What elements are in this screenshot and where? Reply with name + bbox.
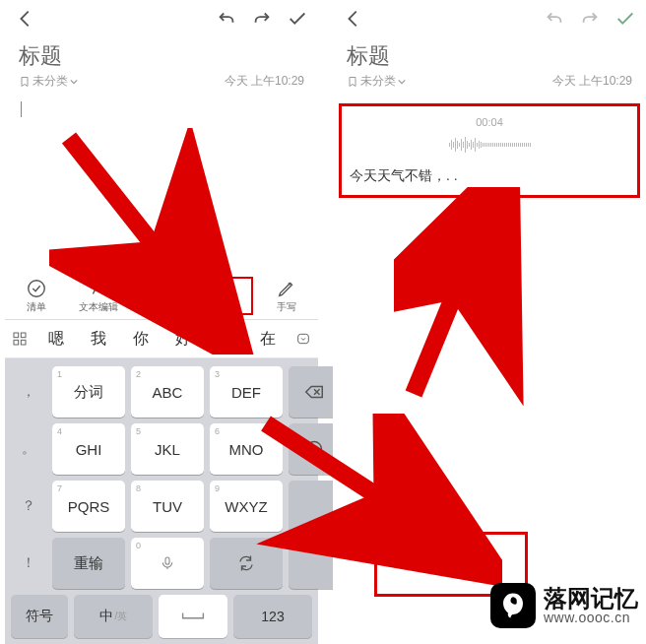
waveform-icon: [350, 134, 629, 156]
undo-icon[interactable]: [544, 8, 565, 30]
svg-rect-3: [222, 280, 227, 290]
editor-toolbar: 清单 文本编辑 图片 语音 手写: [5, 272, 318, 320]
watermark-title: 落网记忆: [544, 586, 638, 611]
voice-note-card[interactable]: 00:04 今天天气不错，. .: [339, 103, 640, 198]
tool-checklist[interactable]: 清单: [9, 278, 64, 314]
category-label: 未分类: [32, 73, 68, 90]
key-language[interactable]: 中/英: [74, 595, 153, 638]
confirm-icon[interactable]: [614, 8, 636, 30]
svg-rect-6: [14, 340, 19, 345]
watermark-logo-icon: [490, 583, 536, 628]
key-abc[interactable]: 2ABC: [131, 366, 204, 418]
key-mno[interactable]: 6MNO: [210, 423, 283, 475]
key-pqrs[interactable]: 7PQRS: [52, 481, 125, 532]
watermark: 落网记忆 www.oooc.cn: [490, 583, 638, 628]
suggestion-word[interactable]: 你: [119, 329, 162, 350]
expand-suggestions-icon[interactable]: [289, 331, 318, 347]
key-def[interactable]: 3DEF: [210, 366, 283, 418]
svg-rect-12: [165, 557, 169, 564]
note-title[interactable]: 标题: [333, 41, 646, 71]
key-question[interactable]: ？: [11, 481, 46, 532]
suggestion-word[interactable]: 在: [246, 329, 289, 350]
svg-rect-8: [298, 334, 309, 343]
watermark-url: www.oooc.cn: [544, 611, 638, 625]
confirm-icon[interactable]: [287, 8, 308, 30]
key-ghi[interactable]: 4GHI: [52, 423, 125, 475]
key-reword[interactable]: 重输: [52, 538, 125, 589]
category-selector[interactable]: 未分类: [19, 73, 78, 90]
suggestion-bar: 嗯 我 你 好 哦 在: [5, 320, 318, 358]
top-bar: [333, 0, 646, 37]
undo-icon[interactable]: [216, 8, 237, 30]
keyboard-menu-icon[interactable]: [5, 331, 34, 347]
key-tuv[interactable]: 8TUV: [131, 481, 204, 532]
suggestion-word[interactable]: 嗯: [34, 329, 77, 350]
note-title[interactable]: 标题: [5, 41, 318, 71]
svg-rect-4: [14, 333, 19, 338]
svg-point-9: [307, 442, 322, 457]
redo-icon[interactable]: [579, 8, 601, 30]
timestamp: 今天 上午10:29: [225, 73, 304, 90]
text-cursor: [21, 101, 22, 117]
key-fenci[interactable]: 1分词: [52, 366, 125, 418]
key-comma[interactable]: ，: [11, 366, 46, 418]
key-retype[interactable]: [210, 538, 283, 589]
timestamp: 今天 上午10:29: [552, 73, 632, 90]
category-label: 未分类: [360, 73, 396, 90]
tool-handwrite[interactable]: 手写: [259, 278, 314, 314]
redo-icon[interactable]: [251, 8, 273, 30]
suggestion-word[interactable]: 我: [77, 329, 119, 350]
microphone-icon: [214, 278, 235, 299]
key-jkl[interactable]: 5JKL: [131, 423, 204, 475]
svg-point-11: [316, 447, 317, 448]
key-space-mic[interactable]: 0: [131, 538, 204, 589]
key-period[interactable]: 。: [11, 423, 46, 475]
key-exclaim[interactable]: ！: [11, 538, 46, 589]
phone-left: 标题 未分类 今天 上午10:29 清单 文本编辑: [5, 0, 318, 644]
svg-rect-5: [21, 333, 26, 338]
voice-duration: 00:04: [350, 116, 629, 128]
svg-point-0: [29, 280, 45, 296]
svg-rect-7: [21, 340, 26, 345]
back-icon[interactable]: [343, 8, 364, 30]
key-space[interactable]: [159, 595, 227, 638]
voice-transcript: 今天天气不错，. .: [350, 167, 629, 185]
tool-textedit[interactable]: 文本编辑: [71, 278, 126, 314]
category-selector[interactable]: 未分类: [347, 73, 406, 90]
suggestion-word[interactable]: 哦: [204, 329, 246, 350]
keyboard: ， 1分词 2ABC 3DEF 。 4GHI 5JKL 6MNO ？ 7PQRS…: [5, 358, 318, 644]
suggestion-word[interactable]: 好: [162, 329, 204, 350]
key-numbers[interactable]: 123: [233, 595, 312, 638]
meta-row: 未分类 今天 上午10:29: [333, 71, 646, 97]
meta-row: 未分类 今天 上午10:29: [5, 71, 318, 97]
key-wxyz[interactable]: 9WXYZ: [210, 481, 283, 532]
svg-point-10: [311, 447, 312, 448]
key-symbols[interactable]: 符号: [11, 595, 68, 638]
back-icon[interactable]: [15, 8, 36, 30]
top-bar: [5, 0, 318, 37]
tool-image[interactable]: 图片: [134, 278, 189, 314]
chevron-down-icon: [398, 78, 406, 86]
chevron-down-icon: [70, 78, 78, 86]
tool-voice[interactable]: 语音: [197, 278, 252, 314]
